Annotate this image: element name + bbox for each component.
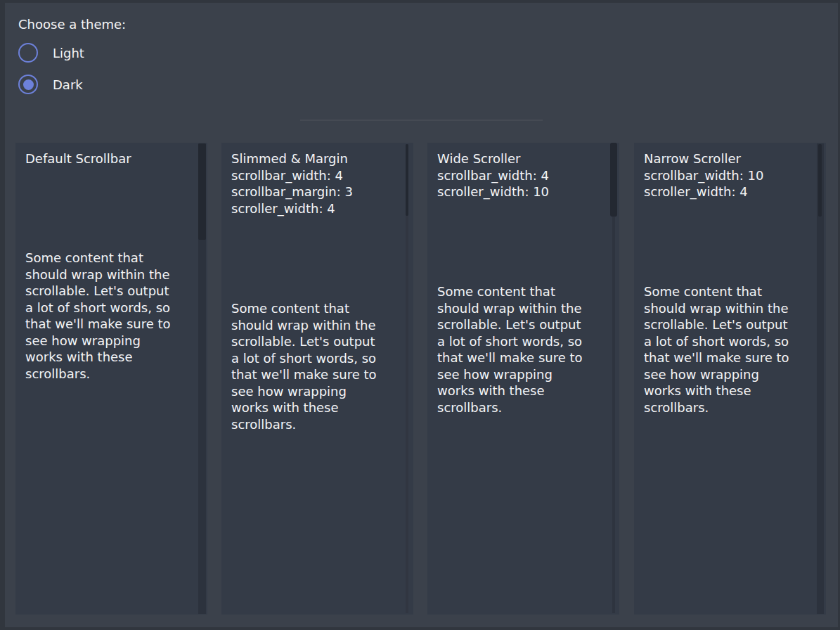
panel-title: Slimmed & Margin xyxy=(231,150,396,167)
panel-header: Slimmed & Margin scrollbar_width: 4 scro… xyxy=(231,150,396,217)
radio-dot-light xyxy=(23,48,34,58)
panel-content: Some content that should wrap within the… xyxy=(644,283,815,416)
panel-content: Some content that should wrap within the… xyxy=(437,283,608,416)
radio-dot-dark xyxy=(23,79,34,90)
panel-content: Some content that should wrap within the… xyxy=(25,250,196,382)
scrollbar-demo-window: Choose a theme: Light Dark Default Scrol… xyxy=(0,0,840,630)
radio-icon-light[interactable] xyxy=(18,43,38,63)
panel-narrow-scroller[interactable]: Narrow Scroller scrollbar_width: 10 scro… xyxy=(634,143,826,615)
panel-header: Default Scrollbar xyxy=(25,150,190,167)
panel-title: Narrow Scroller xyxy=(644,150,809,167)
section-divider xyxy=(300,120,543,121)
panel-wide-scroller[interactable]: Wide Scroller scrollbar_width: 4 scrolle… xyxy=(427,143,619,615)
scrollbar-thumb[interactable] xyxy=(818,144,822,217)
panel-header: Narrow Scroller scrollbar_width: 10 scro… xyxy=(644,150,809,200)
panel-params: scrollbar_width: 4 scrollbar_margin: 3 s… xyxy=(231,167,396,217)
panel-content: Some content that should wrap within the… xyxy=(231,300,402,432)
panel-params: scrollbar_width: 10 scroller_width: 4 xyxy=(644,167,809,200)
panel-default-scrollbar[interactable]: Default Scrollbar Some content that shou… xyxy=(15,143,207,615)
radio-label-light[interactable]: Light xyxy=(53,46,84,60)
radio-label-dark[interactable]: Dark xyxy=(53,77,83,92)
panel-header: Wide Scroller scrollbar_width: 4 scrolle… xyxy=(437,150,602,200)
scrollbar-thumb[interactable] xyxy=(198,143,206,240)
scrollbar-thumb[interactable] xyxy=(406,144,408,216)
radio-option-light[interactable]: Light xyxy=(18,43,84,63)
radio-option-dark[interactable]: Dark xyxy=(18,75,83,94)
radio-icon-dark[interactable] xyxy=(18,75,38,94)
panel-params: scrollbar_width: 4 scroller_width: 10 xyxy=(437,167,602,200)
panel-title: Wide Scroller xyxy=(437,150,602,167)
scrollbar-thumb[interactable] xyxy=(610,143,617,217)
panel-slimmed-margin[interactable]: Slimmed & Margin scrollbar_width: 4 scro… xyxy=(221,143,413,615)
panel-title: Default Scrollbar xyxy=(25,150,190,167)
theme-chooser-label: Choose a theme: xyxy=(18,17,126,32)
